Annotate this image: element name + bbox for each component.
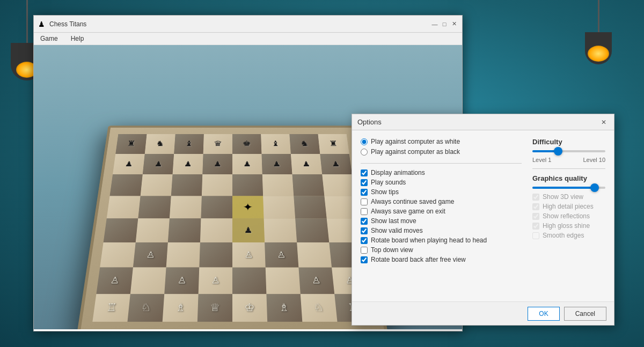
chess-cell: ♟	[232, 154, 262, 174]
window-controls: — □ ✕	[431, 20, 458, 28]
smooth-edges-checkbox	[532, 232, 539, 239]
chess-cell: ♛	[203, 134, 232, 154]
show-tips-label: Show tips	[371, 188, 399, 196]
chess-cell: ♞	[289, 134, 320, 154]
difficulty-slider-container: Level 1 Level 10	[532, 150, 605, 163]
chess-cell	[294, 196, 326, 218]
close-button[interactable]: ✕	[450, 20, 458, 28]
chess-cell: ♙	[265, 242, 298, 268]
chess-grid: ♜ ♞ ♝ ♛ ♚ ♝ ♞ ♜ ♟ ♟ ♟ ♟ ♟ ♟ ♟ ♟	[92, 134, 372, 322]
graphics-label: Graphics quality	[532, 174, 605, 182]
show-tips-checkbox[interactable]	[361, 189, 368, 196]
always-continue-checkbox[interactable]	[361, 198, 368, 205]
chess-cell: ♟	[291, 154, 322, 174]
display-animations-checkbox[interactable]	[361, 169, 368, 176]
cancel-button[interactable]: Cancel	[564, 307, 606, 321]
chess-cell	[171, 174, 202, 196]
graphics-thumb[interactable]	[590, 183, 599, 192]
chess-cell	[266, 267, 301, 293]
chess-cell: ♘	[301, 294, 338, 322]
chess-cell: ♙	[133, 242, 168, 268]
play-white-radio[interactable]	[361, 138, 368, 145]
dialog-right-panel: Difficulty Level 1 Level 10 Graphics qua…	[532, 138, 605, 301]
chess-cell: ♚	[232, 134, 261, 154]
difficulty-label: Difficulty	[532, 138, 605, 146]
chess-cell	[107, 196, 141, 218]
show-reflections-label: Show reflections	[543, 212, 590, 220]
chess-cell	[200, 218, 232, 242]
chess-cell	[166, 242, 200, 268]
window-title: Chess Titans	[49, 20, 427, 28]
play-sounds-checkbox[interactable]	[361, 179, 368, 186]
checkbox-group: Display animations Play sounds Show tips…	[361, 169, 522, 263]
chess-cell: ♗	[266, 294, 302, 322]
top-down-view-label: Top down view	[371, 246, 413, 254]
menubar: Game Help	[34, 33, 462, 45]
play-white-label: Play against computer as white	[371, 138, 460, 145]
chess-cell	[202, 174, 232, 196]
rotate-head-to-head-checkbox[interactable]	[361, 237, 368, 244]
chess-cell	[201, 196, 232, 218]
menu-help[interactable]: Help	[68, 34, 87, 43]
show-valid-moves-item[interactable]: Show valid moves	[361, 227, 522, 234]
difficulty-track	[532, 150, 605, 152]
chess-cell: ♝	[174, 134, 204, 154]
difficulty-thumb[interactable]	[554, 147, 562, 156]
always-save-item[interactable]: Always save game on exit	[361, 208, 522, 215]
show-3d-label: Show 3D view	[543, 193, 583, 201]
chess-cell: ♙	[164, 267, 199, 293]
dialog-body: Play against computer as white Play agai…	[352, 130, 614, 301]
show-valid-moves-checkbox[interactable]	[361, 227, 368, 234]
chess-cell: ♟	[173, 154, 203, 174]
show-valid-moves-label: Show valid moves	[371, 227, 423, 234]
chess-cell	[199, 242, 232, 268]
top-down-view-item[interactable]: Top down view	[361, 246, 522, 254]
show-3d-checkbox	[532, 194, 539, 201]
play-black-option[interactable]: Play against computer as black	[361, 148, 522, 156]
difficulty-labels: Level 1 Level 10	[532, 157, 605, 163]
high-detail-label: High detail pieces	[543, 203, 594, 210]
always-save-label: Always save game on exit	[371, 208, 445, 215]
chess-cell: ♗	[163, 294, 199, 322]
window-app-icon: ♟	[38, 20, 45, 28]
high-detail-checkbox	[532, 203, 539, 210]
play-sounds-item[interactable]: Play sounds	[361, 179, 522, 186]
chess-cell	[295, 218, 329, 242]
show-last-move-checkbox[interactable]	[361, 218, 368, 225]
play-black-radio[interactable]	[361, 149, 368, 156]
rotate-head-to-head-item[interactable]: Rotate board when playing head to head	[361, 237, 522, 244]
chess-cell: ♙	[199, 267, 232, 293]
chess-cell	[136, 218, 170, 242]
chess-cell	[168, 218, 201, 242]
show-tips-item[interactable]: Show tips	[361, 188, 522, 196]
chess-cell-highlight: ✦	[232, 196, 264, 218]
maximize-button[interactable]: □	[441, 20, 448, 28]
show-3d-item: Show 3D view	[532, 193, 605, 201]
graphics-checks: Show 3D view High detail pieces Show ref…	[532, 193, 605, 239]
window-titlebar: ♟ Chess Titans — □ ✕	[34, 16, 462, 33]
chess-cell	[110, 174, 143, 196]
graphics-slider-container	[532, 187, 605, 189]
chess-cell: ♟	[320, 154, 352, 174]
show-last-move-item[interactable]: Show last move	[361, 217, 522, 225]
rotate-free-view-checkbox[interactable]	[361, 256, 368, 263]
chess-cell: ♞	[145, 134, 175, 154]
ok-button[interactable]: OK	[528, 307, 559, 321]
menu-game[interactable]: Game	[37, 34, 61, 43]
rotate-free-view-item[interactable]: Rotate board back after free view	[361, 256, 522, 263]
chess-cell: ♖	[92, 294, 130, 322]
top-down-view-checkbox[interactable]	[361, 247, 368, 254]
chess-cell	[292, 174, 324, 196]
always-save-checkbox[interactable]	[361, 208, 368, 215]
difficulty-max: Level 10	[583, 157, 605, 163]
display-animations-item[interactable]: Display animations	[361, 169, 522, 176]
chess-cell: ♟	[232, 218, 265, 242]
chess-cell: ♙	[232, 242, 266, 268]
rotate-head-to-head-label: Rotate board when playing head to head	[371, 237, 487, 244]
always-continue-item[interactable]: Always continue saved game	[361, 198, 522, 205]
chess-cell: ♟	[143, 154, 174, 174]
chess-cell: ♟	[261, 154, 292, 174]
play-white-option[interactable]: Play against computer as white	[361, 138, 522, 145]
minimize-button[interactable]: —	[431, 20, 438, 28]
dialog-close-button[interactable]: ✕	[599, 117, 609, 127]
